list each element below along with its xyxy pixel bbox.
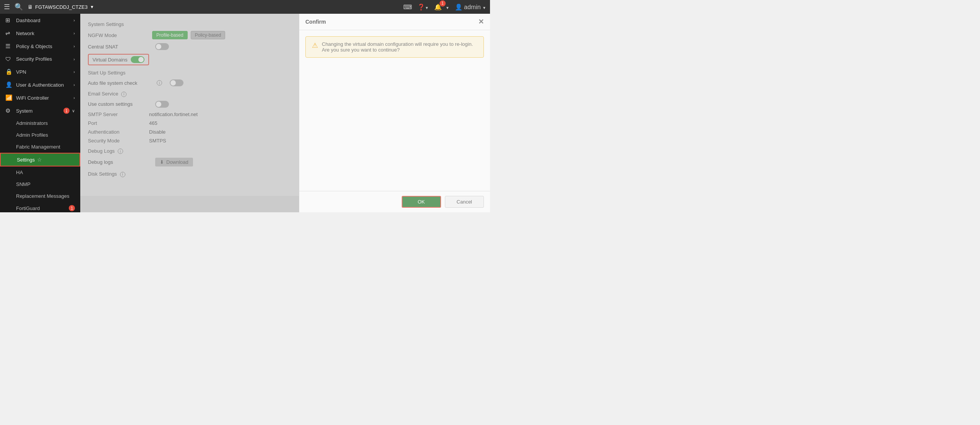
- chevron-right-icon: ›: [73, 31, 75, 36]
- policy-icon: ☰: [5, 43, 13, 50]
- device-dropdown-icon[interactable]: ▼: [90, 5, 94, 9]
- topbar-right: ⌨ ❓▼ 🔔1▼ 👤 admin ▼: [403, 3, 486, 11]
- sidebar-label-dashboard: Dashboard: [16, 18, 41, 23]
- terminal-icon[interactable]: ⌨: [403, 3, 412, 11]
- sidebar-item-snmp[interactable]: SNMP: [0, 178, 80, 190]
- help-icon[interactable]: ❓▼: [417, 3, 429, 11]
- cancel-button[interactable]: Cancel: [445, 196, 484, 208]
- network-icon: ⇌: [5, 30, 13, 37]
- sidebar-item-settings[interactable]: Settings ☆: [0, 153, 80, 166]
- user-icon[interactable]: 👤 admin ▼: [455, 3, 486, 11]
- sidebar-label-system: System: [16, 108, 32, 114]
- dialog-warning-text: Changing the virtual domain configuratio…: [322, 41, 477, 53]
- sidebar-label-fortiguard: FortiGuard: [16, 205, 40, 211]
- main-content: System Settings NGFW Mode Profile-based …: [80, 14, 490, 212]
- chevron-right-icon: ›: [73, 18, 75, 23]
- close-button[interactable]: ✕: [478, 18, 484, 26]
- chevron-down-icon: ∨: [72, 108, 75, 113]
- sidebar-label-snmp: SNMP: [16, 181, 31, 187]
- chevron-right-icon: ›: [73, 82, 75, 87]
- sidebar-item-fortiguard[interactable]: FortiGuard 1: [0, 202, 80, 212]
- sidebar-item-user-auth[interactable]: 👤 User & Authentication ›: [0, 78, 80, 91]
- dialog-overlay: Confirm ✕ ⚠ Changing the virtual domain …: [80, 14, 490, 212]
- user-icon: 👤: [5, 81, 13, 88]
- ok-button[interactable]: OK: [402, 196, 441, 208]
- sidebar-item-fabric-management[interactable]: Fabric Management: [0, 141, 80, 153]
- sidebar-label-vpn: VPN: [16, 69, 26, 75]
- sidebar-label-settings: Settings: [17, 157, 35, 163]
- sidebar-item-policy[interactable]: ☰ Policy & Objects ›: [0, 40, 80, 53]
- device-icon: 🖥: [28, 4, 33, 10]
- sidebar-item-vpn[interactable]: 🔒 VPN ›: [0, 65, 80, 78]
- search-icon[interactable]: 🔍: [15, 3, 23, 11]
- sidebar-item-ha[interactable]: HA: [0, 166, 80, 178]
- dialog-title: Confirm: [305, 19, 326, 25]
- device-selector[interactable]: 🖥 FGTAWSCDDJ_CTZE3 ▼: [28, 4, 94, 10]
- sidebar-item-security[interactable]: 🛡 Security Profiles ›: [0, 53, 80, 65]
- topbar-left: ☰ 🔍 🖥 FGTAWSCDDJ_CTZE3 ▼: [4, 3, 94, 11]
- fortiguard-badge: 1: [69, 205, 75, 211]
- layout: ⊞ Dashboard › ⇌ Network › ☰ Policy & Obj…: [0, 14, 490, 212]
- dashboard-icon: ⊞: [5, 17, 13, 24]
- dialog-body: ⚠ Changing the virtual domain configurat…: [299, 30, 490, 191]
- sidebar-label-security: Security Profiles: [16, 56, 52, 62]
- sidebar-label-network: Network: [16, 31, 34, 36]
- sidebar-label-replacement-messages: Replacement Messages: [16, 193, 69, 199]
- chevron-right-icon: ›: [73, 95, 75, 100]
- topbar: ☰ 🔍 🖥 FGTAWSCDDJ_CTZE3 ▼ ⌨ ❓▼ 🔔1▼ 👤 admi…: [0, 0, 490, 14]
- sidebar-label-ha: HA: [16, 170, 23, 175]
- sidebar-item-wifi[interactable]: 📶 WiFi Controller ›: [0, 91, 80, 104]
- sidebar-item-network[interactable]: ⇌ Network ›: [0, 27, 80, 40]
- sidebar-item-dashboard[interactable]: ⊞ Dashboard ›: [0, 14, 80, 27]
- sidebar-item-replacement-messages[interactable]: Replacement Messages: [0, 190, 80, 202]
- sidebar-label-wifi: WiFi Controller: [16, 95, 49, 101]
- dialog-header: Confirm ✕: [299, 14, 490, 30]
- chevron-right-icon: ›: [73, 44, 75, 48]
- confirm-dialog: Confirm ✕ ⚠ Changing the virtual domain …: [299, 14, 490, 212]
- sidebar-item-system[interactable]: ⚙ System 1 ∨: [0, 104, 80, 117]
- sidebar-label-admin-profiles: Admin Profiles: [16, 132, 48, 138]
- dialog-footer: OK Cancel: [299, 191, 490, 212]
- sidebar: ⊞ Dashboard › ⇌ Network › ☰ Policy & Obj…: [0, 14, 80, 212]
- sidebar-item-admin-profiles[interactable]: Admin Profiles: [0, 129, 80, 141]
- bell-icon[interactable]: 🔔1▼: [434, 3, 449, 11]
- sidebar-label-user-auth: User & Authentication: [16, 82, 64, 88]
- sidebar-item-administrators[interactable]: Administrators: [0, 117, 80, 129]
- security-icon: 🛡: [5, 56, 13, 62]
- sidebar-label-policy: Policy & Objects: [16, 44, 52, 49]
- chevron-right-icon: ›: [73, 57, 75, 61]
- device-name: FGTAWSCDDJ_CTZE3: [35, 4, 88, 10]
- chevron-right-icon: ›: [73, 69, 75, 74]
- vpn-icon: 🔒: [5, 68, 13, 75]
- system-badge: 1: [63, 108, 70, 114]
- sidebar-label-administrators: Administrators: [16, 120, 48, 126]
- sidebar-label-fabric-management: Fabric Management: [16, 144, 60, 150]
- warning-icon: ⚠: [312, 41, 318, 50]
- hamburger-icon[interactable]: ☰: [4, 3, 10, 11]
- dialog-warning: ⚠ Changing the virtual domain configurat…: [305, 36, 484, 58]
- star-icon: ☆: [37, 157, 42, 163]
- system-icon: ⚙: [5, 107, 13, 114]
- wifi-icon: 📶: [5, 94, 13, 101]
